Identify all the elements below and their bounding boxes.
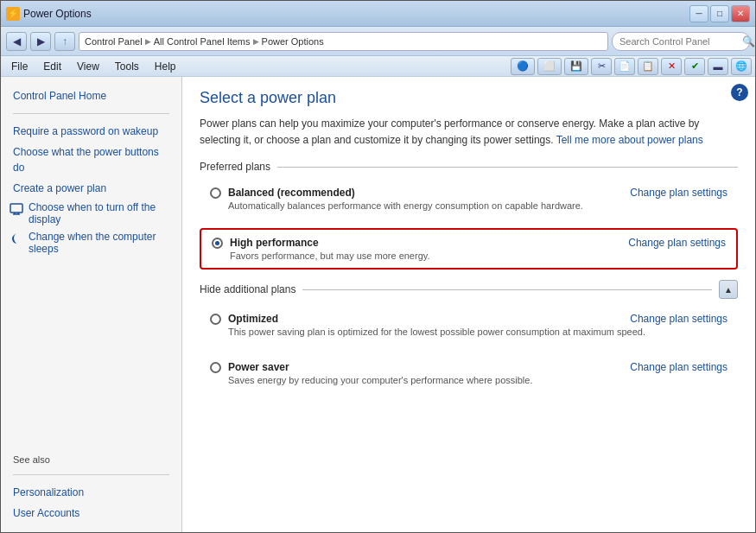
- back-button[interactable]: ◀: [6, 32, 27, 51]
- svg-rect-0: [10, 204, 22, 213]
- breadcrumb-item-1[interactable]: Control Panel: [85, 36, 143, 47]
- menu-help[interactable]: Help: [148, 59, 183, 74]
- toolbar-btn-3[interactable]: 💾: [564, 58, 588, 75]
- plan-ps-radio[interactable]: [210, 362, 221, 373]
- plan-optimized-radio[interactable]: [210, 314, 221, 325]
- monitor-icon: [10, 202, 23, 216]
- sidebar-power-buttons[interactable]: Choose what the power buttons do: [1, 142, 181, 178]
- plan-balanced-radio[interactable]: [210, 187, 221, 199]
- breadcrumb-item-3[interactable]: Power Options: [262, 36, 324, 47]
- collapse-button[interactable]: ▲: [719, 280, 738, 299]
- plan-ps-settings-link[interactable]: Change plan settings: [630, 361, 727, 373]
- content-description: Power plans can help you maximize your c…: [200, 116, 738, 149]
- plan-optimized-name: Optimized: [228, 313, 278, 325]
- hide-additional-section: Hide additional plans ▲ Optimized Change…: [200, 280, 738, 392]
- menu-file[interactable]: File: [4, 59, 35, 74]
- toolbar: 🔵 ⬜ 💾 ✂ 📄 📋 ✕ ✔ ▬ 🌐: [511, 58, 752, 75]
- window-title: Power Options: [23, 8, 92, 20]
- sidebar-turn-off-display-label: Choose when to turn off the display: [29, 201, 173, 225]
- plan-hp-header: High performance Change plan settings: [212, 237, 726, 249]
- plan-optimized-settings-link[interactable]: Change plan settings: [630, 313, 727, 325]
- toolbar-btn-8[interactable]: ✔: [684, 58, 705, 75]
- page-title: Select a power plan: [200, 89, 738, 107]
- sidebar-create-plan[interactable]: Create a power plan: [1, 178, 181, 199]
- plan-balanced-settings-link[interactable]: Change plan settings: [630, 187, 727, 199]
- breadcrumb: Control Panel ▶ All Control Panel Items …: [79, 32, 608, 51]
- sidebar-divider-2: [13, 474, 169, 475]
- menubar: File Edit View Tools Help 🔵 ⬜ 💾 ✂ 📄 📋 ✕ …: [1, 56, 755, 77]
- toolbar-btn-9[interactable]: ▬: [708, 58, 728, 75]
- titlebar: ⚡ Power Options ─ □ ✕: [1, 1, 755, 27]
- preferred-plans-label: Preferred plans: [200, 161, 270, 173]
- plan-balanced-name: Balanced (recommended): [228, 187, 355, 199]
- breadcrumb-item-2[interactable]: All Control Panel Items: [154, 36, 251, 47]
- search-bar: 🔍: [612, 32, 750, 51]
- toolbar-btn-4[interactable]: ✂: [591, 58, 612, 75]
- plan-optimized-header: Optimized Change plan settings: [210, 313, 727, 325]
- toolbar-btn-7[interactable]: ✕: [661, 58, 682, 75]
- preferred-plans-header: Preferred plans: [200, 161, 738, 173]
- plan-ps-name: Power saver: [228, 361, 289, 373]
- toolbar-btn-1[interactable]: 🔵: [511, 58, 535, 75]
- menu-edit[interactable]: Edit: [36, 59, 68, 74]
- hide-additional-label: Hide additional plans: [200, 283, 295, 295]
- plan-high-performance: High performance Change plan settings Fa…: [200, 228, 738, 270]
- sidebar-personalization[interactable]: Personalization: [1, 482, 181, 503]
- plan-optimized-name-row: Optimized: [210, 313, 278, 325]
- plan-ps-header: Power saver Change plan settings: [210, 361, 727, 373]
- sidebar-user-accounts[interactable]: User Accounts: [1, 503, 181, 523]
- plan-ps-desc: Saves energy by reducing your computer's…: [228, 375, 727, 385]
- main-window: ⚡ Power Options ─ □ ✕ ◀ ▶ ↑ Control Pane…: [0, 0, 756, 533]
- search-icon[interactable]: 🔍: [742, 35, 755, 48]
- plan-balanced: Balanced (recommended) Change plan setti…: [200, 180, 738, 218]
- toolbar-btn-10[interactable]: 🌐: [731, 58, 752, 75]
- hide-header-line: [302, 289, 712, 290]
- menu-tools[interactable]: Tools: [108, 59, 146, 74]
- plan-balanced-header: Balanced (recommended) Change plan setti…: [210, 187, 727, 199]
- sidebar-divider-1: [13, 113, 169, 114]
- titlebar-left: ⚡ Power Options: [6, 7, 92, 21]
- up-button[interactable]: ↑: [54, 32, 75, 51]
- sidebar-sleep[interactable]: Change when the computer sleeps: [1, 228, 181, 257]
- main-area: Control Panel Home Require a password on…: [1, 77, 755, 532]
- maximize-button[interactable]: □: [710, 5, 729, 22]
- search-input[interactable]: [619, 36, 739, 47]
- plan-power-saver: Power saver Change plan settings Saves e…: [200, 354, 738, 392]
- plan-optimized: Optimized Change plan settings This powe…: [200, 306, 738, 344]
- toolbar-btn-5[interactable]: 📄: [614, 58, 635, 75]
- toolbar-btn-6[interactable]: 📋: [638, 58, 658, 75]
- menu-view[interactable]: View: [70, 59, 106, 74]
- breadcrumb-arrow-2: ▶: [253, 37, 259, 46]
- titlebar-controls: ─ □ ✕: [689, 5, 750, 22]
- close-button[interactable]: ✕: [731, 5, 750, 22]
- learn-more-link[interactable]: Tell me more about power plans: [556, 134, 703, 146]
- breadcrumb-arrow-1: ▶: [145, 37, 151, 46]
- sidebar-home[interactable]: Control Panel Home: [1, 86, 181, 106]
- content-area: ? Select a power plan Power plans can he…: [182, 77, 755, 532]
- addressbar: ◀ ▶ ↑ Control Panel ▶ All Control Panel …: [1, 27, 755, 56]
- sidebar-sleep-label: Change when the computer sleeps: [29, 231, 173, 255]
- plan-hp-settings-link[interactable]: Change plan settings: [628, 237, 726, 249]
- plan-balanced-desc: Automatically balances performance with …: [228, 200, 727, 211]
- see-also-title: See also: [1, 447, 181, 467]
- minimize-button[interactable]: ─: [689, 5, 708, 22]
- plan-balanced-name-row: Balanced (recommended): [210, 187, 355, 199]
- help-button[interactable]: ?: [731, 84, 748, 101]
- toolbar-btn-2[interactable]: ⬜: [537, 58, 562, 75]
- sidebar-turn-off-display[interactable]: Choose when to turn off the display: [1, 199, 181, 228]
- plan-hp-name: High performance: [230, 237, 319, 249]
- plan-ps-name-row: Power saver: [210, 361, 289, 373]
- forward-button[interactable]: ▶: [30, 32, 51, 51]
- sidebar: Control Panel Home Require a password on…: [1, 77, 182, 532]
- window-icon: ⚡: [6, 7, 20, 21]
- sidebar-require-password[interactable]: Require a password on wakeup: [1, 121, 181, 142]
- plan-hp-radio[interactable]: [212, 238, 223, 249]
- hide-additional-header: Hide additional plans ▲: [200, 280, 738, 299]
- plan-hp-name-row: High performance: [212, 237, 319, 249]
- plan-optimized-desc: This power saving plan is optimized for …: [228, 327, 727, 337]
- plan-hp-desc: Favors performance, but may use more ene…: [230, 251, 726, 261]
- sleep-icon: [10, 232, 23, 245]
